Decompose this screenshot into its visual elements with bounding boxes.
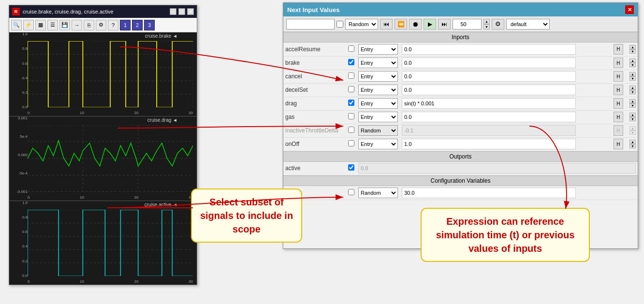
row-type-accelresume[interactable]: Entry <box>356 43 400 56</box>
row-h-onoff[interactable]: H <box>612 137 628 151</box>
row-value-gas[interactable] <box>400 110 612 124</box>
x-axis-active: 0 10 20 30 <box>28 279 193 284</box>
y-axis-drag: 0.001 5e-4 0.000 -5e-4 -0.001 <box>10 116 28 193</box>
row-check-drag[interactable] <box>346 97 356 110</box>
scope-app-icon: R <box>12 8 20 15</box>
config-table: Random <box>283 186 638 200</box>
row-spinner-gas[interactable]: ▲ ▼ <box>628 110 638 124</box>
row-check-cancel[interactable] <box>346 70 356 83</box>
niv-fast-forward-btn[interactable]: ⏭ <box>438 19 451 29</box>
niv-step-back-btn[interactable]: ⏪ <box>395 19 407 29</box>
chart-title-drag: cruise.drag ◄ <box>147 117 177 123</box>
scope-content: cruise.brake ◄ 1.0 0.8 0.6 0.4 0.2 0.0 <box>9 32 197 285</box>
row-label-drag: drag <box>283 97 346 110</box>
y-axis-active: 1.0 0.8 0.6 0.4 0.2 0.0 <box>10 201 28 278</box>
chart-panel-drag: cruise.drag ◄ 0.001 5e-4 0.000 -5e-4 -0.… <box>9 116 197 201</box>
row-value-onoff[interactable] <box>400 137 612 151</box>
outports-header: Outports <box>283 151 638 162</box>
row-type-active <box>356 162 638 175</box>
niv-steps-input[interactable] <box>453 19 482 29</box>
row-value-decelset[interactable] <box>400 83 612 97</box>
table-row: drag Entry H ▲ ▼ <box>283 97 638 110</box>
row-spinner-brake[interactable]: ▲ ▼ <box>628 56 638 70</box>
table-row: brake Entry H ▲ ▼ <box>283 56 638 70</box>
row-h-accelresume[interactable]: H <box>612 43 628 56</box>
scope-num3-btn[interactable]: 3 <box>144 20 155 30</box>
row-type-drag[interactable]: Entry <box>356 97 400 110</box>
row-spinner-onoff[interactable]: ▲ ▼ <box>628 137 638 151</box>
table-row: Random <box>283 186 638 200</box>
row-spinner-accelresume[interactable]: ▲ ▼ <box>628 43 638 56</box>
niv-search-input[interactable] <box>286 19 335 29</box>
x-axis-brake: 0 10 20 30 <box>28 111 193 115</box>
row-check-decelset[interactable] <box>346 83 356 97</box>
row-type-cancel[interactable]: Entry <box>356 70 400 83</box>
scope-help-btn[interactable]: ? <box>108 20 118 30</box>
niv-close-btn[interactable]: ✕ <box>625 5 634 14</box>
row-check-gas[interactable] <box>346 110 356 124</box>
table-row: gas Entry H ▲ ▼ <box>283 110 638 124</box>
niv-steps-spinner[interactable]: ▲ ▼ <box>483 19 490 29</box>
chart-svg-brake <box>28 41 193 107</box>
scope-forward-btn[interactable]: → <box>72 20 82 30</box>
scope-window: R cruise.brake, cruise.drag, cruise.acti… <box>9 5 197 285</box>
niv-play-btn[interactable]: ▶ <box>424 19 436 29</box>
scope-signal-btn[interactable]: ⚡ <box>23 20 34 30</box>
row-type-decelset[interactable]: Entry <box>356 83 400 97</box>
row-value-drag[interactable] <box>400 97 612 110</box>
row-h-cancel[interactable]: H <box>612 70 628 83</box>
row-spinner-cancel[interactable]: ▲ ▼ <box>628 70 638 83</box>
row-type-config[interactable]: Random <box>356 186 400 200</box>
row-value-cancel[interactable] <box>400 70 612 83</box>
row-check-config[interactable] <box>346 186 356 200</box>
table-row: onOff Entry H ▲ ▼ <box>283 137 638 151</box>
scope-maximize-btn[interactable]: □ <box>178 8 185 15</box>
niv-rewind-btn[interactable]: ⏮ <box>380 19 393 29</box>
niv-random-select[interactable]: Random <box>345 19 378 29</box>
row-type-gas[interactable]: Entry <box>356 110 400 124</box>
scope-grid-btn[interactable]: ▦ <box>35 20 46 30</box>
chart-svg-active <box>28 210 193 276</box>
niv-title: Next Input Values <box>287 6 339 14</box>
row-check-inactivethrottle[interactable] <box>346 124 356 137</box>
scope-close-btn[interactable]: ✕ <box>187 8 194 15</box>
niv-profile-select[interactable]: default <box>506 19 550 29</box>
scope-zoom-btn[interactable]: 🔍 <box>11 20 22 30</box>
row-type-brake[interactable]: Entry <box>356 56 400 70</box>
row-h-gas[interactable]: H <box>612 110 628 124</box>
niv-filter-checkbox[interactable] <box>337 21 343 28</box>
row-value-brake[interactable] <box>400 56 612 70</box>
row-check-onoff[interactable] <box>346 137 356 151</box>
row-h-inactivethrottle: H <box>612 124 628 137</box>
chart-panel-brake: cruise.brake ◄ 1.0 0.8 0.6 0.4 0.2 0.0 <box>9 32 197 116</box>
scope-settings-btn[interactable]: ⚙ <box>96 20 106 30</box>
scope-save-btn[interactable]: 💾 <box>59 20 70 30</box>
x-axis-drag: 0 10 20 30 <box>28 195 193 200</box>
row-check-accelresume[interactable] <box>346 43 356 56</box>
scope-copy-btn[interactable]: ⎘ <box>84 20 94 30</box>
scope-minimize-btn[interactable]: ─ <box>170 8 176 15</box>
niv-gear-btn[interactable]: ⚙ <box>492 19 504 29</box>
row-type-onoff[interactable]: Entry <box>356 137 400 151</box>
row-spinner-drag[interactable]: ▲ ▼ <box>628 97 638 110</box>
row-h-drag[interactable]: H <box>612 97 628 110</box>
row-label-cancel: cancel <box>283 70 346 83</box>
row-check-active[interactable] <box>346 162 356 175</box>
row-type-inactivethrottle[interactable]: Random <box>356 124 400 137</box>
table-row: cancel Entry H ▲ ▼ <box>283 70 638 83</box>
row-value-accelresume[interactable] <box>400 43 612 56</box>
outports-table: active <box>283 162 638 176</box>
row-h-decelset[interactable]: H <box>612 83 628 97</box>
scope-num1-btn[interactable]: 1 <box>120 20 131 30</box>
scope-list-btn[interactable]: ☰ <box>47 20 58 30</box>
row-value-config[interactable] <box>400 186 638 200</box>
row-h-brake[interactable]: H <box>612 56 628 70</box>
inports-table: accelResume Entry H ▲ ▼ <box>283 43 638 151</box>
row-check-brake[interactable] <box>346 56 356 70</box>
niv-record-btn[interactable]: ⏺ <box>409 19 422 29</box>
annotation-right: Expression can reference simulation time… <box>421 208 590 262</box>
row-spinner-decelset[interactable]: ▲ ▼ <box>628 83 638 97</box>
row-label-active: active <box>283 162 346 175</box>
row-label-accelresume: accelResume <box>283 43 346 56</box>
scope-num2-btn[interactable]: 2 <box>132 20 143 30</box>
